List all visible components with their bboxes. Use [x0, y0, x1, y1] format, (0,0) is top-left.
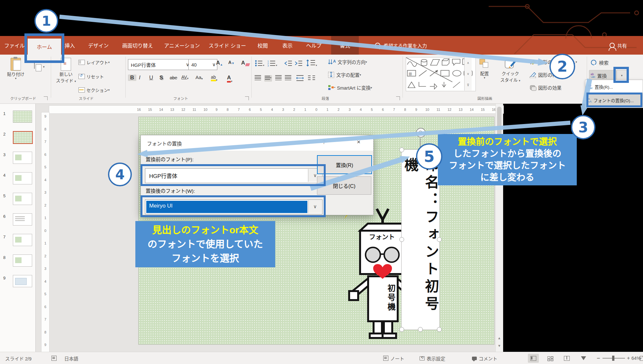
- align-right-button[interactable]: [275, 75, 282, 80]
- title-text: 命名：フォント初号機: [400, 157, 441, 330]
- tell-me-search[interactable]: 希望する作業を入力: [375, 36, 427, 55]
- font-color-button[interactable]: A▾: [227, 75, 232, 83]
- font-name-combo[interactable]: HGP行書体∨: [128, 59, 191, 70]
- share-button[interactable]: 共有: [610, 36, 627, 55]
- tab-review[interactable]: 校閲: [258, 36, 268, 55]
- clear-formatting-button[interactable]: A: [241, 60, 249, 66]
- tab-animations[interactable]: アニメーション: [164, 36, 200, 55]
- tab-slideshow[interactable]: スライド ショー: [209, 36, 246, 55]
- justify-button[interactable]: [285, 75, 291, 80]
- slide-thumbnail[interactable]: 7: [0, 230, 35, 251]
- slide-thumbnail-image: [13, 254, 32, 267]
- font-dialog-launcher[interactable]: [245, 96, 249, 100]
- slide-sorter-view-button[interactable]: [545, 354, 556, 363]
- help-button[interactable]: ?: [322, 139, 325, 146]
- tab-format[interactable]: 書式: [331, 36, 359, 55]
- tab-help[interactable]: ヘルプ: [306, 36, 322, 55]
- font-size-combo[interactable]: 40∨: [188, 59, 217, 70]
- clipboard-dialog-launcher[interactable]: [44, 96, 48, 100]
- spell-check-icon[interactable]: [51, 352, 57, 364]
- align-center-button[interactable]: [264, 75, 272, 82]
- resize-handle[interactable]: [399, 237, 404, 242]
- bullets-button[interactable]: ▾: [255, 60, 264, 67]
- language-indicator[interactable]: 日本語: [64, 352, 78, 364]
- arrange-button[interactable]: 配置▾: [479, 58, 490, 79]
- close-icon[interactable]: ×: [357, 138, 360, 146]
- title-text-box[interactable]: 命名：フォント初号機: [401, 149, 440, 330]
- reading-view-button[interactable]: [561, 354, 572, 363]
- copy-button[interactable]: ▾: [34, 63, 35, 69]
- strikethrough-button[interactable]: abe: [170, 75, 177, 80]
- rotation-handle[interactable]: ⟳: [416, 128, 426, 138]
- decrease-indent-button[interactable]: [284, 60, 292, 67]
- distribute-button[interactable]: [296, 75, 304, 82]
- underline-button[interactable]: U: [149, 75, 153, 81]
- slide-thumbnail[interactable]: 5: [0, 189, 35, 209]
- paragraph-dialog-launcher[interactable]: [396, 96, 400, 100]
- resize-handle[interactable]: [437, 237, 442, 242]
- line-spacing-button[interactable]: ▾: [306, 59, 318, 67]
- slide-thumbnail[interactable]: 6: [0, 209, 35, 230]
- shapes-gallery-scroll[interactable]: ∧∨⊽: [464, 57, 472, 91]
- section-button[interactable]: セクション▾: [78, 87, 110, 93]
- slide-thumbnail[interactable]: 8: [0, 251, 35, 271]
- align-text-button[interactable]: 文字の配置▾: [328, 71, 361, 78]
- zoom-level[interactable]: 64%: [631, 352, 641, 364]
- normal-view-button[interactable]: [528, 354, 539, 363]
- slide-thumbnail[interactable]: 3: [0, 148, 35, 168]
- reset-button[interactable]: リセット: [78, 73, 104, 80]
- tab-insert[interactable]: 挿入: [65, 36, 75, 55]
- italic-button[interactable]: I: [139, 75, 140, 81]
- zoom-out-button[interactable]: −: [597, 352, 600, 364]
- find-button[interactable]: 検索: [591, 59, 609, 66]
- character-spacing-button[interactable]: AV▾: [181, 75, 188, 80]
- slide-thumbnail[interactable]: 2: [0, 127, 35, 148]
- resize-handle[interactable]: [399, 147, 404, 152]
- increase-indent-button[interactable]: [294, 60, 302, 67]
- highlight-color-button[interactable]: ab▾: [211, 75, 217, 81]
- change-case-button[interactable]: Aa▾: [195, 75, 203, 80]
- clipboard-icon: [11, 58, 21, 71]
- layout-button[interactable]: レイアウト▾: [78, 59, 110, 66]
- resize-handle[interactable]: [437, 327, 442, 332]
- tab-transitions[interactable]: 画面切り替え: [122, 36, 153, 55]
- bold-button[interactable]: B: [128, 75, 136, 81]
- person-icon: [610, 43, 615, 48]
- shrink-font-button[interactable]: A▼: [228, 60, 234, 65]
- display-settings-button[interactable]: 表示設定: [420, 352, 445, 364]
- previous-slide-button[interactable]: ▲: [497, 335, 502, 341]
- comment-icon: [472, 357, 477, 360]
- slide-thumbnail[interactable]: 9: [0, 271, 35, 292]
- slideshow-view-button[interactable]: [578, 354, 589, 363]
- comments-button[interactable]: コメント: [472, 352, 497, 364]
- text-shadow-button[interactable]: S: [159, 75, 163, 81]
- grow-font-button[interactable]: A▲: [216, 60, 223, 66]
- paste-button[interactable]: 貼り付け ▾: [7, 58, 24, 80]
- svg-text:▥: ▥: [409, 72, 412, 75]
- resize-handle[interactable]: [418, 327, 423, 332]
- replace-button[interactable]: ab⤷ac 置換: [589, 70, 617, 81]
- resize-handle[interactable]: [399, 327, 404, 332]
- slide-thumbnail[interactable]: 4: [0, 168, 35, 189]
- slide-thumbnail-image: [13, 172, 32, 184]
- tab-file[interactable]: ファイル: [4, 36, 25, 55]
- notes-button[interactable]: ノート: [383, 352, 404, 364]
- columns-button[interactable]: [307, 75, 316, 82]
- numbering-button[interactable]: 123▾: [267, 60, 278, 67]
- chevron-down-icon[interactable]: ∨: [212, 62, 216, 67]
- ribbon-tab-bar: ファイル ホーム 挿入 デザイン 画面切り替え アニメーション スライド ショー…: [0, 36, 643, 55]
- slide-thumbnail-panel: 1 2 3 4 5 6 7 8: [0, 103, 36, 352]
- next-slide-button[interactable]: ▼: [497, 342, 502, 349]
- tab-design[interactable]: デザイン: [88, 36, 109, 55]
- fit-to-window-button[interactable]: [640, 352, 643, 364]
- zoom-in-button[interactable]: +: [627, 352, 630, 364]
- convert-smartart-button[interactable]: SmartArt に変換▾: [328, 84, 372, 91]
- tab-view[interactable]: 表示: [282, 36, 293, 55]
- quick-styles-button[interactable]: クイック スタイル ▾: [500, 58, 520, 83]
- dialog-title-bar[interactable]: フォントの置換 ? ×: [141, 135, 373, 151]
- slide-thumbnail[interactable]: 1: [0, 107, 35, 127]
- align-left-button[interactable]: [255, 75, 261, 80]
- text-direction-button[interactable]: A 文字列の方向▾: [328, 58, 367, 65]
- zoom-slider-thumb[interactable]: [612, 356, 614, 361]
- shape-effects-button[interactable]: 図形の効果: [529, 84, 562, 91]
